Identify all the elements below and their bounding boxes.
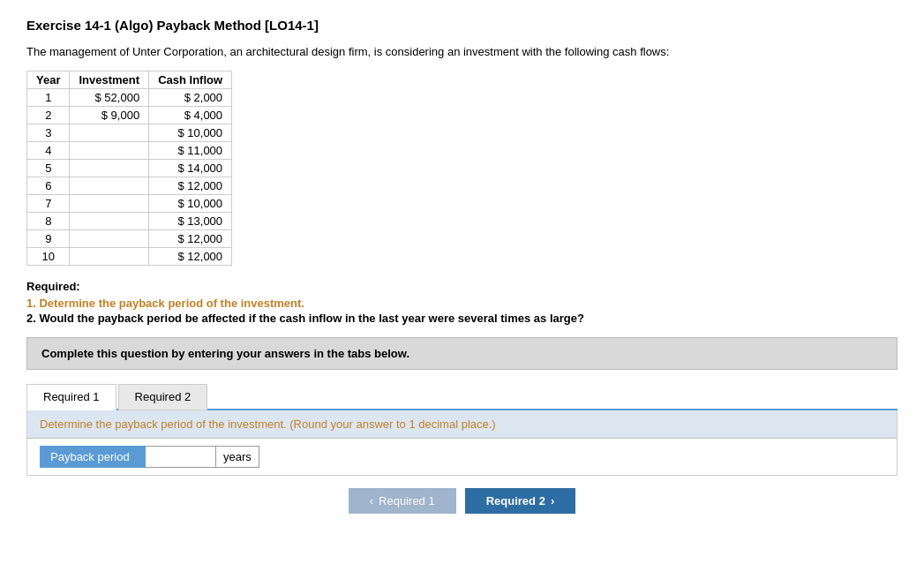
table-row: 1$ 52,000$ 2,000 [27, 89, 232, 107]
required-item-1: 1. Determine the payback period of the i… [26, 297, 898, 310]
page-title: Exercise 14-1 (Algo) Payback Method [LO1… [26, 18, 898, 33]
prev-button-label: Required 1 [379, 494, 435, 508]
table-row: 5$ 14,000 [27, 160, 232, 177]
tab-required-1[interactable]: Required 1 [26, 384, 116, 410]
payback-input[interactable] [146, 446, 216, 468]
required-section: Required: 1. Determine the payback perio… [26, 280, 898, 325]
tab-content: Determine the payback period of the inve… [26, 410, 898, 476]
prev-button[interactable]: ‹ Required 1 [349, 488, 456, 514]
table-row: 2$ 9,000$ 4,000 [27, 107, 232, 124]
next-button[interactable]: Required 2 › [465, 488, 576, 514]
col-cash-inflow: Cash Inflow [149, 71, 232, 89]
table-row: 10$ 12,000 [27, 248, 232, 266]
prev-arrow-icon: ‹ [370, 494, 373, 508]
complete-box: Complete this question by entering your … [26, 337, 898, 370]
payback-unit: years [216, 446, 259, 468]
next-button-label: Required 2 [486, 494, 545, 508]
table-row: 6$ 12,000 [27, 177, 232, 195]
tab-required-2[interactable]: Required 2 [118, 384, 208, 410]
tab-instruction: Determine the payback period of the inve… [27, 410, 897, 439]
table-row: 7$ 10,000 [27, 195, 232, 213]
tabs-row: Required 1 Required 2 [26, 382, 898, 410]
required-item-2: 2. Would the payback period be affected … [26, 312, 898, 325]
nav-buttons: ‹ Required 1 Required 2 › [26, 476, 898, 521]
tab-instruction-text: Determine the payback period of the inve… [40, 417, 287, 431]
col-investment: Investment [70, 71, 149, 89]
col-year: Year [27, 71, 70, 89]
payback-label: Payback period [40, 446, 146, 468]
table-row: 9$ 12,000 [27, 230, 232, 248]
table-row: 8$ 13,000 [27, 213, 232, 230]
tab-instruction-orange: (Round your answer to 1 decimal place.) [289, 417, 495, 431]
table-row: 3$ 10,000 [27, 124, 232, 142]
intro-text: The management of Unter Corporation, an … [26, 45, 898, 58]
payback-row: Payback period years [27, 439, 897, 475]
required-label: Required: [26, 280, 898, 293]
table-row: 4$ 11,000 [27, 142, 232, 160]
cash-flow-table: Year Investment Cash Inflow 1$ 52,000$ 2… [26, 71, 232, 266]
next-arrow-icon: › [551, 494, 554, 508]
